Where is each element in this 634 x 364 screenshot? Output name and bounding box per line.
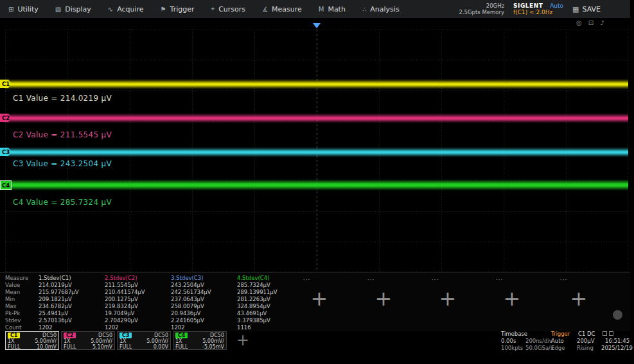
c3-offset: 0.00V [154, 344, 168, 350]
trace-c3[interactable] [5, 147, 628, 157]
measure-value: 243.2504μV [171, 282, 237, 289]
menu-measure[interactable]: ∡Measure [254, 0, 310, 18]
channel-box-c2[interactable]: C2DC50 1X5.00mV/ FULL5.10mV [61, 331, 115, 350]
measure-row-label: Stdev [5, 317, 39, 324]
channel-box-c4[interactable]: C4DC50 1X5.00mV/ FULL-5.05mV [173, 331, 227, 350]
measure-col-header-c1[interactable]: 1.Stdev(C1) [39, 275, 105, 282]
timebase-delay: 0.00s [501, 338, 516, 344]
bandwidth-readout: 20GHz [459, 3, 505, 9]
c4-coupling: DC50 [210, 333, 224, 338]
measure-value: 3.379385μV [237, 317, 303, 324]
channel-box-c1[interactable]: C1DC50 1X5.00mV/ FULL10.0mV [5, 331, 59, 350]
save-icon: ▦ [572, 5, 579, 13]
c4-offset-marker[interactable]: C4 [0, 180, 12, 190]
save-label: SAVE [583, 5, 601, 13]
c1-badge: C1 [8, 333, 20, 338]
measure-icon: ∡ [262, 6, 268, 13]
c2-bandwidth: FULL [64, 344, 76, 350]
bell-icon[interactable]: ♪ [600, 19, 604, 26]
trigger-type: Edge [551, 345, 565, 351]
camera-icon[interactable]: ◎ [576, 19, 582, 26]
measure-value: 215.977687μV [39, 289, 105, 296]
measure-col-header-c4[interactable]: 4.Stdev(C4) [237, 275, 303, 282]
measure-slot-more: ... [432, 275, 496, 282]
measure-row-label: Value [5, 282, 39, 289]
c4-badge: C4 [175, 333, 188, 338]
header-status: 20GHz 2.5Gpts Memory SIGLENT Auto f(C1) … [459, 3, 631, 15]
measure-value: 20.9436μV [171, 310, 237, 317]
measure-value: 211.5545μV [105, 282, 171, 289]
measure-row-label: Max [5, 303, 39, 310]
add-measurement-button[interactable]: + [436, 287, 459, 310]
acq-mode-badge: Auto [550, 3, 563, 9]
c1-coupling: DC50 [42, 333, 57, 338]
c2-scale: 5.00mV/ [91, 338, 112, 344]
floating-action-button[interactable] [613, 310, 622, 320]
measure-value: 2.241605μV [171, 317, 237, 324]
save-button[interactable]: ▦ SAVE [572, 5, 601, 13]
c2-badge: C2 [64, 333, 76, 338]
c1-scale: 5.00mV/ [35, 338, 57, 344]
trigger-position-marker[interactable] [313, 23, 321, 28]
menu-acquire[interactable]: ∿Acquire [100, 0, 152, 18]
system-status-icons [603, 331, 613, 336]
trigger-flag-icon: ⚑ [161, 6, 166, 13]
menu-display[interactable]: ▤Display [47, 0, 100, 18]
menu-trigger[interactable]: ⚑Trigger [152, 0, 203, 18]
measure-col-header-c2[interactable]: 2.Stdev(C2) [105, 275, 171, 282]
measure-slot-more: ... [560, 275, 621, 282]
trace-c1[interactable] [5, 79, 628, 89]
add-measurement-button[interactable]: + [500, 287, 524, 310]
measure-slot-more: ... [367, 275, 432, 282]
math-icon: M [319, 6, 324, 13]
c4-bandwidth: FULL [175, 344, 188, 350]
add-measurement-button[interactable]: + [308, 287, 331, 310]
timebase-points: 100kpts [501, 345, 523, 351]
fullscreen-icon[interactable]: ⊡ [588, 19, 594, 26]
menu-measure-label: Measure [272, 5, 302, 13]
trace-c2[interactable] [5, 113, 628, 123]
graticule-toolbar: ◎ ⊡ ♪ [576, 19, 604, 26]
measure-value: 289.139911μV [237, 289, 303, 296]
measure-value: 258.0079μV [171, 303, 237, 310]
timebase-panel[interactable]: Timebase [501, 331, 527, 337]
add-measurement-button[interactable]: + [372, 287, 395, 310]
menu-utility[interactable]: ⊞Utility [0, 0, 47, 18]
measure-value: 25.4941μV [39, 310, 105, 317]
trace-c4[interactable] [5, 179, 628, 191]
trigger-source-coupling: C1 DC [578, 331, 595, 337]
measure-corner: Measure [5, 275, 39, 282]
trigger-mode: Auto [551, 338, 564, 344]
channel-box-c3[interactable]: C3DC50 1X5.00mV/ FULL0.00V [117, 331, 171, 350]
measure-value: 210.441574μV [105, 289, 171, 296]
measure-slot-more: ... [303, 275, 367, 282]
waveform-graticule[interactable]: C1 Value = 214.0219 μV C2 Value = 211.55… [5, 30, 628, 272]
c1-offset: 10.0mV [37, 344, 57, 350]
c1-value-label: C1 Value = 214.0219 μV [13, 94, 112, 103]
measure-empty [303, 324, 621, 331]
measure-value: 2.704290μV [105, 317, 171, 324]
brand-status: SIGLENT Auto f(C1) < 2.0Hz [513, 3, 563, 15]
c3-scale: 5.00mV/ [146, 338, 168, 344]
c3-coupling: DC50 [154, 333, 168, 338]
acquisition-status[interactable]: 20GHz 2.5Gpts Memory [459, 3, 505, 15]
menu-trigger-label: Trigger [170, 5, 195, 13]
c4-value-label: C4 Value = 285.7324 μV [13, 198, 112, 207]
measure-value: 234.6782μV [39, 303, 105, 310]
add-measurement-button[interactable]: + [567, 287, 590, 310]
measure-col-header-c3[interactable]: 3.Stdev(C3) [171, 275, 237, 282]
measure-value: 1202 [105, 324, 171, 331]
menu-bar: ⊞Utility ▤Display ∿Acquire ⚑Trigger ⌖Cur… [0, 0, 630, 18]
menu-math[interactable]: MMath [310, 0, 354, 18]
measure-row-label: Pk-Pk [5, 310, 39, 317]
channel-status-row: C1DC50 1X5.00mV/ FULL10.0mV C2DC50 1X5.0… [5, 331, 227, 350]
clock-date: 2025/12/19 [601, 345, 633, 351]
memory-readout: 2.5Gpts Memory [459, 9, 505, 15]
c1-probe: 1X [8, 338, 15, 344]
menu-analysis[interactable]: ∴Analysis [354, 0, 408, 18]
trigger-panel[interactable]: Trigger [551, 331, 570, 337]
c4-offset: -5.05mV [202, 344, 224, 350]
add-channel-button[interactable]: + [236, 331, 249, 349]
menu-cursors[interactable]: ⌖Cursors [203, 0, 254, 18]
trigger-slope: Rising [577, 345, 594, 351]
